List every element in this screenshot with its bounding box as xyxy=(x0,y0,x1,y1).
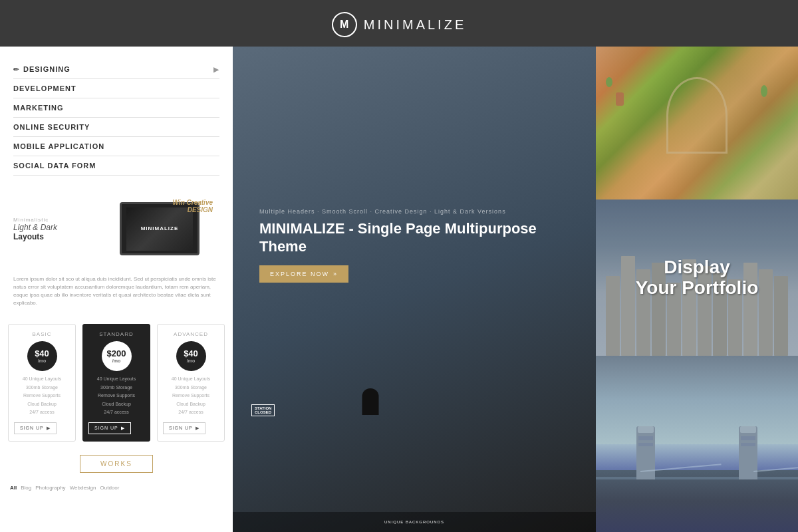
product-area: Minimalistic Light & Dark Layouts MINIMA… xyxy=(0,182,233,275)
arrow-icon-hero: » xyxy=(333,271,338,277)
hero-tagline: Multiple Headers · Smooth Scroll · Creat… xyxy=(259,208,569,215)
nav-item-designing[interactable]: ✏ DESIGNING ▶ xyxy=(13,60,219,79)
product-image-area: MINIMALIZE Win Creative DESIGN xyxy=(100,192,219,265)
pricing-section: BASIC $40 /mo 40 Unique Layouts 300mb St… xyxy=(0,317,233,448)
arrow-icon-std: ▶ xyxy=(121,426,125,431)
price-circle-basic: $40 /mo xyxy=(27,341,57,371)
monitor-screen: MINIMALIZE xyxy=(126,207,193,251)
works-button[interactable]: WORKS xyxy=(80,455,153,473)
left-panel: ✏ DESIGNING ▶ DEVELOPMENT MARKETING ONLI… xyxy=(0,47,233,532)
nav-item-mobile-application[interactable]: MOBILE APPLICATION xyxy=(13,137,219,156)
pricing-label-basic: BASIC xyxy=(14,331,70,337)
station-closed-sign: STATIONCLOSED xyxy=(251,404,275,416)
feature-list-basic: 40 Unique Layouts 300mb Storage Remove S… xyxy=(14,375,70,417)
product-label: Minimalistic xyxy=(13,217,100,223)
nav-item-development[interactable]: DEVELOPMENT xyxy=(13,79,219,98)
pricing-label-advanced: ADVANCED xyxy=(163,331,219,337)
header-brand-name: MINIMALIZE xyxy=(364,17,466,33)
feature-list-advanced: 40 Unique Layouts 300mb Storage Remove S… xyxy=(163,375,219,417)
right-middle-image: Display Your Portfolio xyxy=(596,200,798,356)
filter-section: All Blog Photography Webdesign Outdoor xyxy=(0,479,233,496)
bridge-span xyxy=(596,477,798,479)
feature-img-road: UNIQUE BACKGROUNDS xyxy=(509,368,583,422)
right-bottom-image xyxy=(596,356,798,532)
nav-item-marketing[interactable]: MARKETING xyxy=(13,98,219,118)
filter-webdesign[interactable]: Webdesign xyxy=(70,485,96,491)
bridge-background xyxy=(596,356,798,532)
right-panel: Display Your Portfolio xyxy=(596,47,798,532)
price-circle-standard: $200 /mo xyxy=(102,341,132,371)
filter-all[interactable]: All xyxy=(10,485,17,491)
pricing-card-basic: BASIC $40 /mo 40 Unique Layouts 300mb St… xyxy=(8,324,76,442)
pricing-card-standard: STANDARD $200 /mo 40 Unique Layouts 300m… xyxy=(82,324,150,442)
arrow-icon: ▶ xyxy=(47,426,51,431)
filter-blog[interactable]: Blog xyxy=(21,485,31,491)
header-logo-letter: M xyxy=(340,19,348,31)
pricing-label-standard: STANDARD xyxy=(88,331,144,337)
hero-content: Multiple Headers · Smooth Scroll · Creat… xyxy=(233,208,596,283)
explore-button[interactable]: EXPLORE NOW » xyxy=(259,265,348,283)
signup-btn-standard[interactable]: SIGN UP ▶ xyxy=(88,422,131,434)
product-subtitle2: Layouts xyxy=(13,232,100,241)
signup-btn-advanced[interactable]: SIGN UP ▶ xyxy=(163,422,205,434)
arrow-icon-adv: ▶ xyxy=(196,426,200,431)
arrow-right-icon: ▶ xyxy=(213,66,219,73)
right-top-image xyxy=(596,47,798,200)
features-grid: STATIONCLOSED ⚙ CREATIVE DESIGN Se was u… xyxy=(233,358,596,532)
top-header: M MINIMALIZE xyxy=(0,0,798,47)
price-circle-advanced: $40 /mo xyxy=(176,341,206,371)
header-logo-circle: M xyxy=(332,12,357,37)
street-image xyxy=(596,47,798,200)
arch-shape xyxy=(666,77,727,154)
filter-photography[interactable]: Photography xyxy=(35,485,65,491)
works-section: WORKS xyxy=(0,448,233,479)
nav-menu: ✏ DESIGNING ▶ DEVELOPMENT MARKETING ONLI… xyxy=(0,47,233,182)
display-portfolio-title: Display Your Portfolio xyxy=(636,257,759,299)
product-subtitle: Light & Dark xyxy=(13,223,100,232)
nav-item-social-data[interactable]: SOCIAL DATA FORM xyxy=(13,156,219,176)
filter-outdoor[interactable]: Outdoor xyxy=(100,485,120,491)
description-text: Lorem ipsum dolor sit sco ut aliqua duis… xyxy=(0,275,233,317)
nav-item-online-security[interactable]: ONLINE SECURITY xyxy=(13,118,219,137)
signup-btn-basic[interactable]: SIGN UP ▶ xyxy=(14,422,57,434)
center-panel: M MINIMALIZE HOME ABOUT SERVICES WORK TE… xyxy=(233,47,596,532)
creative-text: Win Creative DESIGN xyxy=(173,199,213,213)
product-text: Minimalistic Light & Dark Layouts xyxy=(13,217,100,241)
pricing-card-advanced: ADVANCED $40 /mo 40 Unique Layouts 300mb… xyxy=(157,324,225,442)
main-area: ✏ DESIGNING ▶ DEVELOPMENT MARKETING ONLI… xyxy=(0,47,798,532)
person-silhouette xyxy=(362,388,379,415)
feature-col-4: UNIQUE BACKGROUNDS ⬡ UNIQUE BACKGROUNDS … xyxy=(502,368,590,532)
feature-list-standard: 40 Unique Layouts 300mb Storage Remove S… xyxy=(88,375,144,417)
hero-title: MINIMALIZE - Single Page Multipurpose Th… xyxy=(259,220,569,255)
pencil-icon: ✏ xyxy=(13,66,19,73)
portfolio-text-overlay: Display Your Portfolio xyxy=(636,257,759,299)
